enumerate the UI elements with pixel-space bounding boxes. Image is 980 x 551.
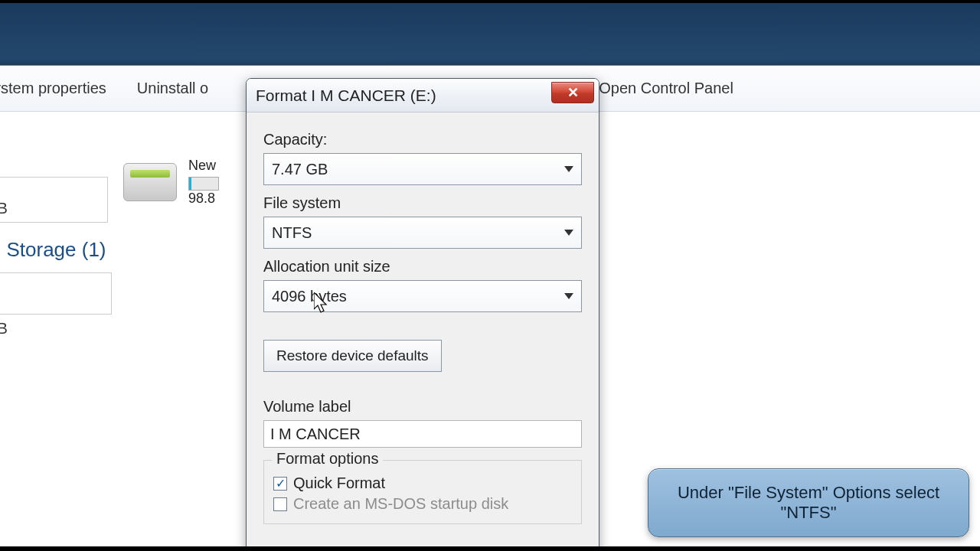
- toolbar-open-control-panel[interactable]: Open Control Panel: [599, 80, 733, 97]
- dialog-titlebar[interactable]: Format I M CANCER (E:) ✕: [247, 79, 599, 112]
- filesystem-dropdown[interactable]: NTFS: [263, 217, 582, 249]
- allocation-unit-dropdown[interactable]: 4096 bytes: [263, 280, 582, 312]
- capacity-dropdown[interactable]: 7.47 GB: [263, 153, 582, 185]
- close-icon: ✕: [567, 84, 579, 101]
- instruction-text: Under "File System" Options select "NTFS…: [678, 483, 939, 522]
- drive-usage-bar: [188, 177, 219, 191]
- msdos-checkbox: [273, 497, 287, 511]
- hard-drive-icon: [123, 163, 177, 201]
- drive-item[interactable]: New 98.8: [123, 158, 219, 207]
- filesystem-label: File system: [263, 194, 582, 212]
- chevron-down-icon: [564, 230, 573, 236]
- quick-format-checkbox[interactable]: [273, 477, 287, 491]
- drive-free: 98.8: [188, 191, 219, 207]
- close-button[interactable]: ✕: [551, 82, 594, 103]
- toolbar-uninstall[interactable]: Uninstall o: [137, 80, 208, 97]
- allocation-unit-label: Allocation unit size: [263, 258, 582, 276]
- allocation-unit-value: 4096 bytes: [272, 288, 347, 305]
- volume-label-input[interactable]: [263, 420, 582, 448]
- chevron-down-icon: [564, 293, 573, 299]
- msdos-label: Create an MS-DOS startup disk: [293, 495, 508, 513]
- drive-size-partial: GB: [0, 200, 8, 217]
- filesystem-value: NTFS: [272, 224, 312, 242]
- drive-name: New: [188, 158, 219, 174]
- chevron-down-icon: [564, 166, 573, 172]
- format-options-legend: Format options: [272, 450, 383, 468]
- capacity-label: Capacity:: [263, 131, 582, 148]
- volume-label-label: Volume label: [263, 398, 582, 416]
- section-removable-storage: le Storage (1): [0, 238, 106, 262]
- drive-tile-partial-2[interactable]: [0, 272, 112, 315]
- drive-size-partial-2: GB: [0, 320, 8, 337]
- format-options-group: Format options Quick Format Create an MS…: [263, 460, 582, 524]
- capacity-value: 7.47 GB: [272, 161, 328, 178]
- dialog-title: Format I M CANCER (E:): [256, 86, 436, 105]
- restore-defaults-button[interactable]: Restore device defaults: [263, 340, 442, 372]
- toolbar-system-properties[interactable]: ystem properties: [0, 80, 106, 97]
- instruction-callout: Under "File System" Options select "NTFS…: [648, 468, 969, 537]
- quick-format-row[interactable]: Quick Format: [273, 474, 572, 492]
- msdos-row: Create an MS-DOS startup disk: [273, 495, 572, 513]
- format-dialog: Format I M CANCER (E:) ✕ Capacity: 7.47 …: [246, 78, 599, 551]
- quick-format-label: Quick Format: [293, 474, 385, 492]
- drive-tile-partial[interactable]: [0, 177, 108, 223]
